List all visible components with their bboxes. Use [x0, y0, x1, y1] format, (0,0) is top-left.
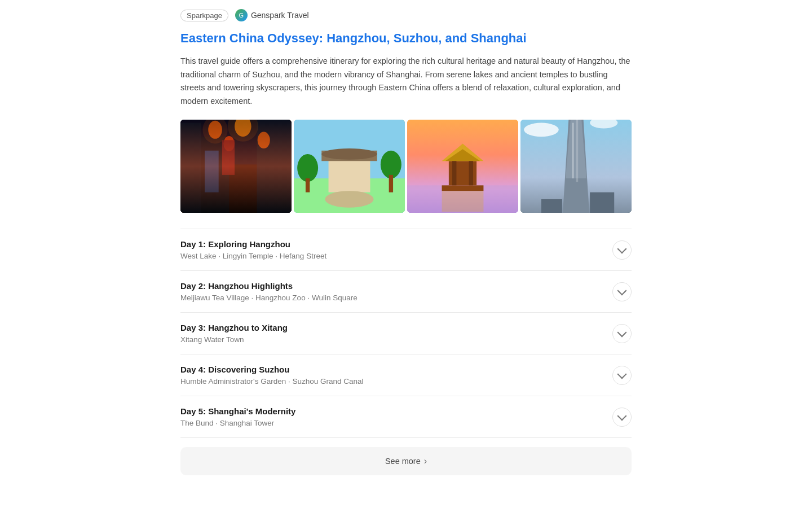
svg-rect-0 — [180, 120, 292, 213]
see-more-label: See more — [385, 457, 421, 466]
gallery-image-4 — [520, 120, 632, 213]
itinerary-day-1[interactable]: Day 1: Exploring Hangzhou West Lake · Li… — [180, 229, 632, 271]
chevron-down-icon — [617, 244, 627, 254]
svg-point-6 — [223, 136, 235, 151]
svg-rect-11 — [205, 151, 219, 192]
svg-point-8 — [258, 132, 270, 149]
itinerary-day-3[interactable]: Day 3: Hangzhou to Xitang Xitang Water T… — [180, 313, 632, 354]
svg-point-7 — [235, 120, 251, 137]
article-description: This travel guide offers a comprehensive… — [180, 55, 632, 109]
day-2-title: Day 2: Hangzhou Highlights — [180, 281, 603, 291]
day-1-expand-button[interactable] — [612, 240, 632, 260]
day-2-subtitle: Meijiawu Tea Village · Hangzhou Zoo · Wu… — [180, 294, 603, 302]
day-4-title: Day 4: Discovering Suzhou — [180, 365, 603, 374]
day-5-subtitle: The Bund · Shanghai Tower — [180, 419, 603, 427]
chevron-down-icon — [617, 370, 627, 379]
itinerary-day-4[interactable]: Day 4: Discovering Suzhou Humble Adminis… — [180, 354, 632, 396]
svg-rect-37 — [572, 123, 574, 179]
svg-rect-31 — [442, 191, 484, 212]
svg-point-10 — [228, 120, 258, 142]
svg-rect-15 — [329, 157, 370, 192]
svg-rect-28 — [452, 161, 456, 186]
day-4-expand-button[interactable] — [612, 366, 632, 385]
brand-label: G Genspark Travel — [235, 9, 309, 21]
brand-name: Genspark Travel — [251, 11, 309, 20]
day-5-expand-button[interactable] — [612, 408, 632, 427]
day-2-content: Day 2: Hangzhou Highlights Meijiawu Tea … — [180, 281, 603, 302]
day-5-title: Day 5: Shanghai's Modernity — [180, 406, 603, 416]
svg-rect-4 — [257, 120, 292, 213]
day-1-content: Day 1: Exploring Hangzhou West Lake · Li… — [180, 239, 603, 260]
gallery-image-1 — [180, 120, 292, 213]
header-bar: Sparkpage G Genspark Travel — [180, 9, 632, 21]
svg-point-20 — [381, 151, 401, 178]
itinerary-day-2[interactable]: Day 2: Hangzhou Highlights Meijiawu Tea … — [180, 271, 632, 313]
itinerary-list: Day 1: Exploring Hangzhou West Lake · Li… — [180, 229, 632, 438]
day-1-title: Day 1: Exploring Hangzhou — [180, 239, 603, 249]
day-3-subtitle: Xitang Water Town — [180, 335, 603, 344]
svg-point-22 — [325, 191, 373, 208]
day-3-expand-button[interactable] — [612, 324, 632, 343]
page-title: Eastern China Odyssey: Hangzhou, Suzhou,… — [180, 30, 632, 47]
svg-point-9 — [202, 120, 227, 143]
svg-rect-2 — [180, 123, 201, 213]
gallery-image-3 — [407, 120, 518, 213]
svg-point-33 — [524, 123, 559, 137]
svg-rect-1 — [180, 165, 292, 213]
svg-rect-19 — [306, 178, 310, 192]
day-4-subtitle: Humble Administrator's Garden · Suzhou G… — [180, 377, 603, 386]
svg-rect-3 — [201, 137, 229, 213]
gallery-image-2 — [294, 120, 405, 213]
itinerary-day-5[interactable]: Day 5: Shanghai's Modernity The Bund · S… — [180, 396, 632, 438]
svg-point-17 — [321, 148, 377, 160]
see-more-button[interactable]: See more › — [180, 447, 632, 475]
chevron-down-icon — [617, 286, 627, 296]
brand-icon: G — [235, 9, 248, 21]
see-more-arrow-icon: › — [424, 456, 427, 466]
svg-rect-29 — [469, 161, 473, 186]
chevron-down-icon — [617, 328, 627, 338]
svg-rect-30 — [442, 186, 484, 191]
svg-rect-21 — [389, 175, 393, 192]
svg-rect-39 — [541, 199, 562, 213]
image-gallery — [180, 120, 632, 213]
svg-rect-12 — [222, 141, 235, 176]
svg-rect-40 — [590, 192, 614, 213]
day-5-content: Day 5: Shanghai's Modernity The Bund · S… — [180, 406, 603, 427]
day-4-content: Day 4: Discovering Suzhou Humble Adminis… — [180, 365, 603, 386]
day-3-content: Day 3: Hangzhou to Xitang Xitang Water T… — [180, 323, 603, 344]
svg-point-5 — [208, 121, 222, 139]
chevron-down-icon — [617, 411, 627, 421]
day-2-expand-button[interactable] — [612, 282, 632, 301]
svg-rect-38 — [576, 120, 579, 182]
day-3-title: Day 3: Hangzhou to Xitang — [180, 323, 603, 332]
svg-point-18 — [297, 154, 318, 182]
sparkpage-badge: Sparkpage — [180, 10, 228, 21]
day-1-subtitle: West Lake · Lingyin Temple · Hefang Stre… — [180, 252, 603, 260]
